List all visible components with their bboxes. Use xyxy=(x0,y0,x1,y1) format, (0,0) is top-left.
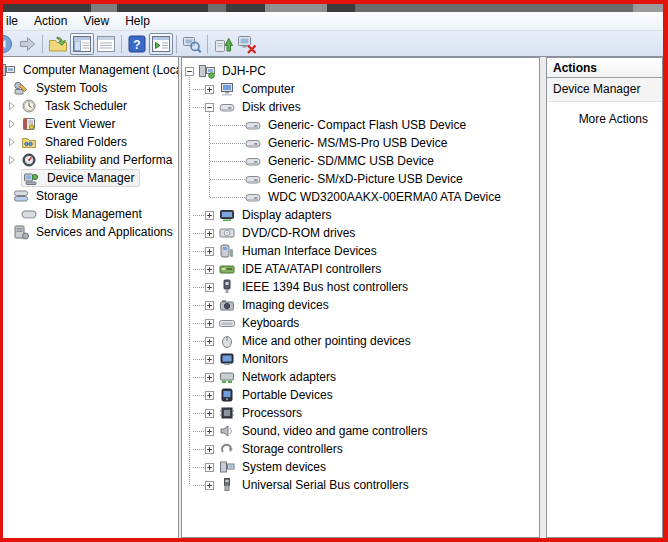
expand-plus-icon[interactable] xyxy=(205,301,214,310)
uninstall-icon[interactable] xyxy=(235,33,259,55)
tree-connector-stub xyxy=(193,449,205,450)
console-item-computer-management-local[interactable]: Computer Management (Local xyxy=(3,61,178,79)
device-item-mice-and-other-pointing-devices[interactable]: Mice and other pointing devices xyxy=(182,332,539,350)
network-icon xyxy=(219,369,235,385)
expand-arrow-icon[interactable] xyxy=(8,101,16,111)
device-item-generic-sd-mmc-usb-device[interactable]: Generic- SD/MMC USB Device xyxy=(182,152,539,170)
device-item-label: Display adapters xyxy=(240,208,333,222)
display-icon xyxy=(219,207,235,223)
expand-plus-icon[interactable] xyxy=(205,481,214,490)
imaging-icon xyxy=(219,297,235,313)
expand-plus-icon[interactable] xyxy=(205,373,214,382)
expand-plus-icon[interactable] xyxy=(205,247,214,256)
system-tools-icon xyxy=(13,80,29,96)
device-item-imaging-devices[interactable]: Imaging devices xyxy=(182,296,539,314)
ide-icon xyxy=(219,261,235,277)
expand-plus-icon[interactable] xyxy=(205,85,214,94)
reliability-icon xyxy=(21,152,37,168)
console-item-label: Shared Folders xyxy=(43,135,129,149)
expand-plus-icon[interactable] xyxy=(205,283,214,292)
monitor-icon xyxy=(219,351,235,367)
device-item-portable-devices[interactable]: Portable Devices xyxy=(182,386,539,404)
menu-view[interactable]: View xyxy=(75,12,117,30)
menu-action[interactable]: Action xyxy=(26,12,75,30)
update-driver-icon[interactable] xyxy=(211,33,235,55)
console-item-shared-folders[interactable]: Shared Folders xyxy=(3,133,178,151)
console-item-event-viewer[interactable]: Event Viewer xyxy=(3,115,178,133)
console-item-device-manager[interactable]: Device Manager xyxy=(3,169,178,187)
tree-connector-stub xyxy=(193,341,205,342)
device-item-system-devices[interactable]: System devices xyxy=(182,458,539,476)
expand-arrow-icon[interactable] xyxy=(8,119,16,129)
device-item-storage-controllers[interactable]: Storage controllers xyxy=(182,440,539,458)
collapse-minus-icon[interactable] xyxy=(205,103,214,112)
expand-arrow-icon[interactable] xyxy=(8,155,16,165)
console-item-reliability-and-performa[interactable]: Reliability and Performa xyxy=(3,151,178,169)
device-item-ieee-1394-bus-host-controllers[interactable]: IEEE 1394 Bus host controllers xyxy=(182,278,539,296)
menu-file[interactable]: ile xyxy=(4,12,26,30)
expand-plus-icon[interactable] xyxy=(205,391,214,400)
console-item-services-and-applications[interactable]: Services and Applications xyxy=(3,223,178,241)
device-item-wdc-wd3200aakx-00erma0-ata-device[interactable]: WDC WD3200AAKX-00ERMA0 ATA Device xyxy=(182,188,539,206)
device-item-sound-video-and-game-controllers[interactable]: Sound, video and game controllers xyxy=(182,422,539,440)
device-item-label: WDC WD3200AAKX-00ERMA0 ATA Device xyxy=(266,190,503,204)
keyboard-icon xyxy=(219,315,235,331)
device-item-monitors[interactable]: Monitors xyxy=(182,350,539,368)
expand-plus-icon[interactable] xyxy=(205,229,214,238)
expand-plus-icon[interactable] xyxy=(205,463,214,472)
device-item-keyboards[interactable]: Keyboards xyxy=(182,314,539,332)
expand-plus-icon[interactable] xyxy=(205,445,214,454)
console-item-label: Disk Management xyxy=(43,207,144,221)
expand-arrow-icon[interactable] xyxy=(8,137,16,147)
scan-hardware-changes-icon[interactable] xyxy=(180,33,204,55)
export-list-icon[interactable] xyxy=(46,33,70,55)
device-tree: DJH-PCComputerDisk drivesGeneric- Compac… xyxy=(182,58,539,538)
device-item-processors[interactable]: Processors xyxy=(182,404,539,422)
actions-pane: Actions Device Manager More Actions xyxy=(546,57,663,538)
help-icon[interactable]: ? xyxy=(125,33,149,55)
dvd-icon xyxy=(219,225,235,241)
expand-plus-icon[interactable] xyxy=(205,337,214,346)
forward-icon[interactable] xyxy=(15,33,39,55)
device-item-generic-ms-ms-pro-usb-device[interactable]: Generic- MS/MS-Pro USB Device xyxy=(182,134,539,152)
device-item-dvd-cd-rom-drives[interactable]: DVD/CD-ROM drives xyxy=(182,224,539,242)
device-item-ide-ata-atapi-controllers[interactable]: IDE ATA/ATAPI controllers xyxy=(182,260,539,278)
expand-plus-icon[interactable] xyxy=(205,265,214,274)
device-item-computer[interactable]: Computer xyxy=(182,80,539,98)
tree-connector-stub xyxy=(193,485,205,486)
back-icon[interactable] xyxy=(3,33,15,55)
tree-connector-stub xyxy=(210,179,245,180)
expand-plus-icon[interactable] xyxy=(205,409,214,418)
toolbar-separator xyxy=(42,35,43,53)
device-item-label: Generic- Compact Flash USB Device xyxy=(266,118,468,132)
device-item-universal-serial-bus-controllers[interactable]: Universal Serial Bus controllers xyxy=(182,476,539,494)
more-actions-button[interactable]: More Actions xyxy=(547,102,662,126)
toolbar: ? xyxy=(3,31,663,57)
device-item-label: Storage controllers xyxy=(240,442,345,456)
device-item-display-adapters[interactable]: Display adapters xyxy=(182,206,539,224)
device-item-label: Sound, video and game controllers xyxy=(240,424,429,438)
device-item-generic-sm-xd-picture-usb-device[interactable]: Generic- SM/xD-Picture USB Device xyxy=(182,170,539,188)
device-item-djh-pc[interactable]: DJH-PC xyxy=(182,62,539,80)
console-item-label: Services and Applications xyxy=(34,225,175,239)
expand-plus-icon[interactable] xyxy=(205,319,214,328)
expand-plus-icon[interactable] xyxy=(205,355,214,364)
console-item-disk-management[interactable]: Disk Management xyxy=(3,205,178,223)
expand-plus-icon[interactable] xyxy=(205,211,214,220)
mgmt-icon xyxy=(3,62,15,78)
console-item-label: Reliability and Performa xyxy=(43,153,174,167)
device-item-generic-compact-flash-usb-device[interactable]: Generic- Compact Flash USB Device xyxy=(182,116,539,134)
device-item-disk-drives[interactable]: Disk drives xyxy=(182,98,539,116)
console-item-task-scheduler[interactable]: Task Scheduler xyxy=(3,97,178,115)
actions-section-device-manager: Device Manager xyxy=(547,78,662,102)
device-item-human-interface-devices[interactable]: Human Interface Devices xyxy=(182,242,539,260)
menu-help[interactable]: Help xyxy=(117,12,158,30)
console-item-system-tools[interactable]: System Tools xyxy=(3,79,178,97)
properties-icon[interactable] xyxy=(94,33,118,55)
show-console-tree-icon[interactable] xyxy=(70,33,94,55)
console-item-storage[interactable]: Storage xyxy=(3,187,178,205)
device-item-network-adapters[interactable]: Network adapters xyxy=(182,368,539,386)
show-action-pane-icon[interactable] xyxy=(149,33,173,55)
expand-plus-icon[interactable] xyxy=(205,427,214,436)
tree-connector-line xyxy=(209,112,210,197)
